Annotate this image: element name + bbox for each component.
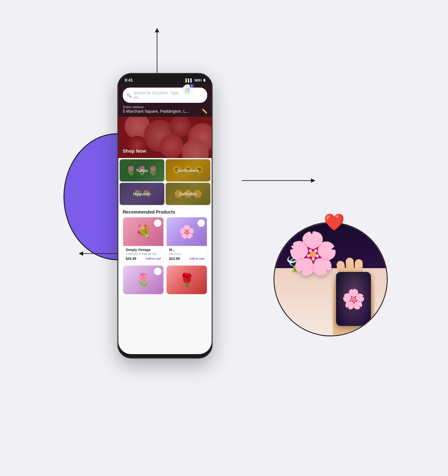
hero-banner[interactable]: Shop Now — [118, 117, 212, 158]
mini-phone: 🌸 — [336, 272, 371, 326]
edit-address-icon[interactable]: ✏️ — [202, 109, 207, 114]
product-image-1: 💐 ♡ — [123, 217, 163, 246]
category-daffodils[interactable]: 🌼🌼🌼 Daffodils — [166, 183, 210, 205]
phone-screen: 🔍 Search for Occasion, Type, etc. 🛒 1 Se… — [118, 84, 212, 354]
category-grid: 🌷🌷🌷 Tulips 🌻🌻🌻 Sunflowers 💐💐 Hyacinth 🌼🌼… — [118, 158, 212, 206]
category-hyacinth[interactable]: 💐💐 Hyacinth — [120, 183, 164, 205]
product-image-3: 🌷 ♡ — [123, 266, 163, 294]
product-desc-1: A delicate & fragrant mix — [126, 252, 161, 255]
battery-icon: ▮ — [203, 78, 205, 82]
circle-content: 🌸 🌸 🍃 — [274, 223, 387, 335]
product-footer-1: $29.99 Add to cart — [126, 257, 161, 261]
add-to-cart-button-2[interactable]: Add to cart — [189, 257, 204, 260]
app-header: 🔍 Search for Occasion, Type, etc. 🛒 1 Se… — [118, 84, 212, 117]
peony-flower: 🌸 — [287, 229, 339, 278]
status-bar: 9:41 ▌▌▌ WiFi ▮ — [118, 74, 212, 84]
section-title: Recommended Products — [123, 209, 207, 215]
product-image-2: 🌸 ♡ — [167, 217, 207, 246]
phone-mockup: 9:41 ▌▌▌ WiFi ▮ 🔍 Search for Occasion, T… — [117, 73, 213, 359]
category-daffodils-label: Daffodils — [179, 192, 197, 196]
address-value: 5 Marchant Square, Paddington, L... — [123, 109, 189, 114]
product-card-1[interactable]: 💐 ♡ Simply Vintage A delicate & fragrant… — [123, 217, 164, 263]
category-tulips-label: Tulips — [136, 168, 148, 173]
product-price-1: $29.99 — [126, 257, 136, 261]
signal-icon: ▌▌▌ — [185, 78, 193, 82]
add-to-cart-button-1[interactable]: Add to cart — [146, 257, 161, 260]
status-icons: ▌▌▌ WiFi ▮ — [185, 78, 205, 82]
product-card-4[interactable]: 🌹 — [166, 265, 207, 294]
cart-button[interactable]: 🛒 1 — [182, 84, 193, 95]
search-bar[interactable]: 🔍 Search for Occasion, Type, etc. 🛒 1 — [123, 88, 207, 103]
product-info-1: Simply Vintage A delicate & fragrant mix… — [123, 246, 163, 262]
wifi-icon: WiFi — [194, 78, 202, 82]
phone-circle-decoration: 🌸 🌸 🍃 — [273, 222, 388, 336]
search-icon: 🔍 — [127, 93, 132, 98]
product-info-2: M... Mix of pu... $23.99 Add to cart — [167, 246, 207, 262]
product-price-2: $23.99 — [169, 257, 180, 261]
products-grid: 💐 ♡ Simply Vintage A delicate & fragrant… — [123, 217, 207, 294]
product-image-4: 🌹 — [167, 266, 207, 294]
status-time: 9:41 — [125, 78, 133, 83]
wishlist-button-1[interactable]: ♡ — [154, 219, 161, 227]
address-info: Select address 5 Marchant Square, Paddin… — [123, 105, 189, 114]
product-footer-2: $23.99 Add to cart — [169, 257, 204, 261]
product-desc-2: Mix of pu... — [169, 252, 204, 255]
product-card-3[interactable]: 🌷 ♡ — [123, 265, 164, 294]
arrow-right-indicator — [242, 180, 312, 181]
product-name-2: M... — [169, 248, 204, 252]
category-sunflowers-label: Sunflowers — [177, 168, 199, 173]
address-row: Select address 5 Marchant Square, Paddin… — [123, 105, 207, 114]
search-placeholder: Search for Occasion, Type, etc. — [134, 91, 181, 100]
header-content: 🔍 Search for Occasion, Type, etc. 🛒 1 Se… — [123, 88, 207, 114]
product-name-1: Simply Vintage — [126, 248, 161, 252]
wishlist-button-3[interactable]: ♡ — [154, 268, 161, 275]
category-sunflowers[interactable]: 🌻🌻🌻 Sunflowers — [166, 159, 210, 182]
category-hyacinth-label: Hyacinth — [133, 192, 151, 196]
address-label: Select address — [123, 105, 189, 109]
product-card-2[interactable]: 🌸 ♡ M... Mix of pu... $23.99 Add to cart — [166, 217, 207, 263]
cart-icon: 🛒 — [185, 87, 191, 93]
wishlist-button-2[interactable]: ♡ — [197, 219, 205, 227]
category-tulips[interactable]: 🌷🌷🌷 Tulips — [120, 159, 164, 182]
hero-label: Shop Now — [123, 148, 146, 154]
heart-decoration: ❤️ — [324, 213, 345, 232]
recommended-section: Recommended Products 💐 ♡ Simply Vintage … — [118, 206, 212, 296]
